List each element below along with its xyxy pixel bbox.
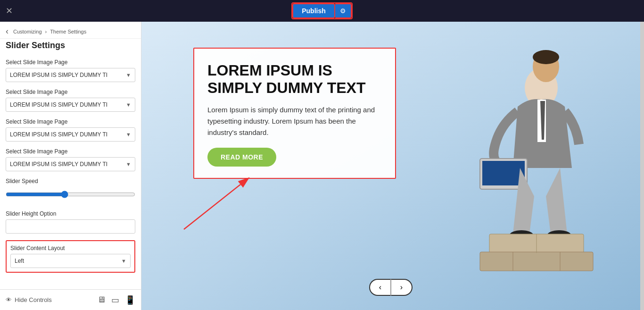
back-button[interactable]: ‹ [6, 26, 8, 36]
slide-image-select-1[interactable]: LOREM IPSUM IS SIMPLY DUMMY TI [6, 68, 135, 82]
slide-image-field-4: Select Slide Image Page LOREM IPSUM IS S… [6, 148, 135, 171]
breadcrumb-part2: Theme Settings [50, 29, 86, 34]
svg-rect-9 [480, 252, 593, 271]
mobile-icon[interactable]: 📱 [125, 295, 135, 305]
slider-track-container [6, 187, 135, 204]
slide-image-field-1: Select Slide Image Page LOREM IPSUM IS S… [6, 59, 135, 82]
slider-height-label: Slider Height Option [6, 210, 135, 217]
breadcrumb-part1: Customizing [13, 29, 42, 34]
sidebar-nav: ‹ Customizing › Theme Settings [0, 22, 141, 39]
slide-image-label-3: Select Slide Image Page [6, 118, 135, 125]
slide-image-label-1: Select Slide Image Page [6, 59, 135, 66]
right-scrollbar[interactable] [640, 22, 644, 310]
slide-image-select-2[interactable]: LOREM IPSUM IS SIMPLY DUMMY TI [6, 98, 135, 111]
publish-group: Publish ⚙ [291, 2, 353, 19]
hide-controls-toggle[interactable]: 👁 Hide Controls [6, 296, 52, 303]
close-button[interactable]: ✕ [6, 6, 13, 16]
slider-speed-label: Slider Speed [6, 178, 135, 184]
slider-height-field: Slider Height Option [6, 210, 135, 234]
slide-image-select-wrapper-3: LOREM IPSUM IS SIMPLY DUMMY TI ▼ [6, 127, 135, 142]
slider-height-input[interactable] [6, 219, 135, 234]
tablet-icon[interactable]: ▭ [111, 295, 119, 305]
hide-controls-label: Hide Controls [15, 296, 52, 303]
preview-area: LOREM IPSUM IS SIMPLY DUMMY TEXT Lorem I… [141, 22, 640, 310]
person-figure [452, 31, 612, 291]
preview-content-box: LOREM IPSUM IS SIMPLY DUMMY TEXT Lorem I… [193, 48, 396, 179]
preview-heading: LOREM IPSUM IS SIMPLY DUMMY TEXT [207, 62, 382, 97]
publish-button[interactable]: Publish [292, 3, 335, 18]
slider-nav-buttons: ‹ › [369, 279, 413, 296]
slide-image-select-wrapper-2: LOREM IPSUM IS SIMPLY DUMMY TI ▼ [6, 98, 135, 112]
footer-device-icons: 🖥 ▭ 📱 [97, 295, 135, 305]
slide-image-label-2: Select Slide Image Page [6, 89, 135, 95]
sidebar-title: Slider Settings [0, 39, 141, 55]
preview-body: Lorem Ipsum is simply dummy text of the … [207, 104, 382, 138]
slider-content-layout-section: Slider Content Layout Left Center Right … [6, 240, 135, 273]
sidebar-footer: 👁 Hide Controls 🖥 ▭ 📱 [0, 289, 141, 310]
slide-image-label-4: Select Slide Image Page [6, 148, 135, 155]
svg-rect-5 [482, 161, 525, 185]
slider-content-layout-label: Slider Content Layout [10, 245, 131, 251]
slide-image-select-wrapper-1: LOREM IPSUM IS SIMPLY DUMMY TI ▼ [6, 68, 135, 82]
slide-image-field-3: Select Slide Image Page LOREM IPSUM IS S… [6, 118, 135, 142]
desktop-icon[interactable]: 🖥 [97, 295, 106, 305]
sidebar: ‹ Customizing › Theme Settings Slider Se… [0, 22, 141, 310]
top-bar: ✕ Publish ⚙ [0, 0, 644, 22]
content-layout-select-wrapper: Left Center Right ▼ [10, 254, 131, 268]
slide-image-select-4[interactable]: LOREM IPSUM IS SIMPLY DUMMY TI [6, 158, 135, 171]
breadcrumb-arrow: › [45, 29, 47, 34]
sidebar-scroll-area[interactable]: Select Slide Image Page LOREM IPSUM IS S… [0, 55, 141, 289]
breadcrumb: Customizing › Theme Settings [13, 29, 86, 34]
content-layout-select[interactable]: Left Center Right [11, 254, 130, 268]
slide-image-field-2: Select Slide Image Page LOREM IPSUM IS S… [6, 89, 135, 112]
gear-button[interactable]: ⚙ [335, 3, 352, 18]
slide-image-select-3[interactable]: LOREM IPSUM IS SIMPLY DUMMY TI [6, 128, 135, 141]
slider-speed-section: Slider Speed [6, 178, 135, 204]
slider-speed-input[interactable] [6, 191, 135, 198]
read-more-button[interactable]: READ MORE [207, 148, 276, 167]
svg-point-2 [533, 50, 559, 64]
prev-button[interactable]: ‹ [369, 279, 391, 296]
slide-image-select-wrapper-4: LOREM IPSUM IS SIMPLY DUMMY TI ▼ [6, 157, 135, 171]
main-layout: ‹ Customizing › Theme Settings Slider Se… [0, 22, 644, 310]
next-button[interactable]: › [391, 279, 413, 296]
eye-icon: 👁 [6, 296, 12, 303]
